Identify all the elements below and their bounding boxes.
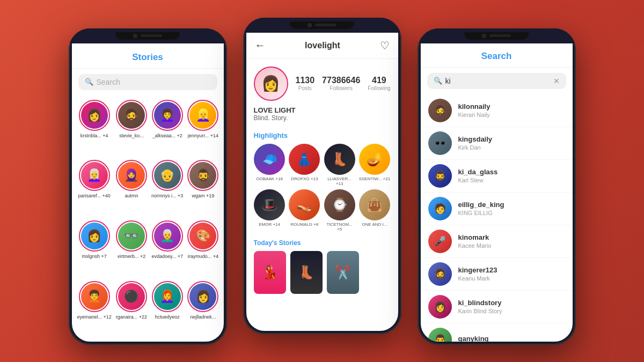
story-item[interactable]: 👱‍♀️ jennyurr... +14 (187, 100, 218, 156)
todays-stories-title: Today's Stories (246, 236, 398, 249)
result-info: kingsdaily Kirk Dan (458, 135, 493, 151)
story-avatar: 🎨 (187, 220, 218, 252)
highlight-label: ONE AND I... (362, 222, 387, 227)
story-item[interactable]: 🧔 stevie_ko... (116, 100, 147, 156)
story-item[interactable]: 👴 normnys i... +3 (151, 160, 183, 216)
story-item[interactable]: 🎨 iraymudo... +4 (187, 220, 218, 277)
result-username: kinomark (458, 233, 492, 241)
result-item[interactable]: 🧔‍♂️ ki_da_glass Karl Stew (421, 160, 573, 193)
result-item[interactable]: 🧔 kingerer123 Keanu Mark (421, 258, 573, 291)
story-avatar-inner: 🧔 (118, 102, 145, 129)
result-name: Karin Blind Story (458, 308, 502, 314)
highlights-section: Highlights 🧢 OOBAAK +18 👗 DROFXO +13 👢 L… (246, 127, 398, 236)
story-item[interactable]: ⚫ rganaira... +22 (116, 281, 147, 337)
highlight-label: OOBAAK +18 (256, 176, 283, 181)
highlight-item[interactable]: 👢 LLIASVER... +13 (324, 144, 355, 186)
stories-header: Stories (72, 43, 224, 69)
result-item[interactable]: 🧔 kilonnaily Kieran Naily (421, 94, 573, 127)
story-avatar: 👩 (79, 100, 110, 131)
stat-following: 419 Following (368, 76, 390, 91)
highlight-label: SSENTIW... +21 (359, 176, 390, 181)
story-avatar: 👨‍🦳 (152, 220, 183, 252)
highlight-label: ROUMALG +8 (290, 222, 318, 227)
story-avatar-inner: 👩‍🦱 (154, 102, 181, 129)
story-item[interactable]: 👓 virtmerb... +2 (116, 220, 147, 277)
story-item[interactable]: 🧕 autmn (116, 160, 147, 216)
story-item[interactable]: 👩 krstnbla... +4 (77, 100, 112, 156)
search-clear-icon[interactable]: ✕ (553, 77, 560, 85)
highlight-item[interactable]: 👜 ONE AND I... (358, 189, 390, 232)
search-results: 🧔 kilonnaily Kieran Naily 🕶️ kingsdaily … (421, 94, 573, 342)
highlight-label: TICETNOM... +5 (324, 222, 355, 232)
stories-search-bar[interactable]: 🔍 Search (78, 74, 217, 90)
result-name: Kacee Mario (458, 242, 492, 249)
result-name: Keanu Mark (458, 275, 497, 282)
result-item[interactable]: 👨 ganyking (421, 323, 573, 342)
notch-bar-center (290, 21, 354, 29)
story-label: iraymudo... +4 (188, 254, 218, 259)
story-label: autmn (125, 193, 138, 198)
story-avatar: 👩 (187, 281, 218, 312)
story-avatar: 👩‍🦳 (79, 160, 110, 191)
story-avatar-inner: 👩 (189, 283, 216, 310)
heart-icon[interactable]: ♡ (380, 39, 390, 52)
result-item[interactable]: 👩 ki_blindstory Karin Blind Story (421, 291, 573, 323)
result-username: ki_blindstory (458, 299, 502, 307)
story-item[interactable]: 👩 mslgnsh +7 (77, 220, 112, 277)
story-label: eyemanel... +12 (77, 314, 112, 320)
story-avatar-inner: 👨‍🦳 (154, 223, 181, 249)
story-label: stevie_ko... (119, 133, 144, 138)
today-story-item[interactable]: 👢 (290, 251, 323, 294)
result-username: kilonnaily (458, 102, 491, 110)
story-avatar: 🧔 (116, 100, 147, 131)
search-input-value[interactable]: ki (445, 77, 550, 85)
result-item[interactable]: 🕶️ kingsdaily Kirk Dan (421, 127, 573, 160)
search-input-bar[interactable]: 🔍 ki ✕ (427, 73, 566, 89)
highlight-circle: 👡 (289, 189, 320, 220)
result-name: Kieran Naily (458, 112, 491, 118)
today-story-item[interactable]: ✂️ (327, 251, 359, 294)
highlight-circle: ⌚ (324, 189, 355, 220)
result-item[interactable]: 🎤 kinomark Kacee Mario (421, 225, 573, 258)
back-button[interactable]: ← (255, 39, 266, 51)
result-avatar: 👩 (428, 295, 452, 319)
highlight-item[interactable]: 🎩 EMOR +14 (254, 189, 286, 232)
result-name: Kirk Dan (458, 144, 493, 151)
stories-title: Stories (72, 52, 224, 63)
story-label: evdadoey... +7 (151, 254, 183, 259)
story-item[interactable]: 🧑‍🦱 eyemanel... +12 (77, 281, 112, 337)
story-avatar: ⚫ (116, 281, 147, 312)
search-input-icon: 🔍 (434, 77, 442, 85)
story-item[interactable]: 👩 nejlladnek... (187, 281, 218, 337)
today-story-item[interactable]: 💃 (254, 251, 286, 294)
notch-bar-left (115, 32, 180, 40)
result-info: eillig_de_king KING EILLIG (458, 201, 504, 216)
stat-followers: 77386646 Followers (322, 76, 360, 91)
profile-info: 👩 1130 Posts 77386646 Followers 419 Foll… (246, 59, 398, 106)
story-item[interactable]: 👩‍🦱 _alkseaa... +2 (151, 100, 183, 156)
highlight-item[interactable]: 🧢 OOBAAK +18 (254, 144, 286, 186)
result-avatar: 🧑 (428, 197, 452, 220)
highlight-item[interactable]: 🪔 SSENTIW... +21 (358, 144, 390, 186)
result-avatar: 🧔 (428, 99, 452, 122)
story-avatar-inner: 👩 (81, 102, 108, 129)
story-item[interactable]: 👩‍🦳 parisaref... +40 (77, 160, 112, 216)
following-label: Following (368, 85, 390, 91)
bio-name: LOVE LIGHT (254, 106, 391, 114)
highlights-title: Highlights (254, 131, 391, 139)
story-avatar-inner: 👩 (81, 223, 108, 249)
story-item[interactable]: 👨‍🦳 evdadoey... +7 (151, 220, 183, 277)
result-avatar: 👨 (428, 328, 452, 342)
camera-right (482, 34, 486, 38)
camera-center (308, 23, 312, 27)
highlight-item[interactable]: 👗 DROFXO +13 (289, 144, 320, 186)
highlight-item[interactable]: 👡 ROUMALG +8 (289, 189, 320, 232)
profile-picture: 👩 (254, 67, 288, 101)
camera-left (133, 34, 137, 38)
story-item[interactable]: 🧔‍♂️ wgam +19 (187, 160, 218, 216)
highlight-item[interactable]: ⌚ TICETNOM... +5 (324, 189, 355, 232)
story-item[interactable]: 👩‍🦰 hctuedyeoz (151, 281, 183, 337)
stories-screen: Stories 🔍 Search 👩 krstnbla... +4 🧔 stev… (72, 43, 224, 342)
result-item[interactable]: 🧑 eillig_de_king KING EILLIG (421, 193, 573, 225)
story-avatar-inner: 👓 (118, 223, 145, 249)
